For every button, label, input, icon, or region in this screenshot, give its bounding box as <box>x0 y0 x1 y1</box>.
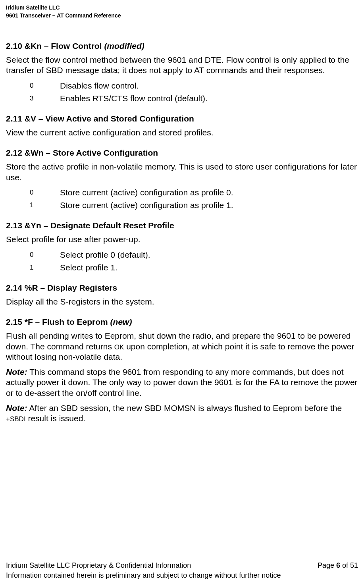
section-213-body: Select profile for use after power-up. <box>6 234 358 245</box>
param-key: 1 <box>30 200 60 210</box>
note1-text: This command stops the 9601 from respond… <box>6 367 358 397</box>
param-key: 1 <box>30 262 60 273</box>
footer-line2: Information contained herein is prelimin… <box>6 571 358 580</box>
param-key: 0 <box>30 81 60 91</box>
footer-page: Page 6 of 51 <box>318 561 358 570</box>
note2-post: result is issued. <box>26 414 86 423</box>
param-row: 1 Select profile 1. <box>30 262 358 273</box>
section-210-suffix: (modified) <box>104 41 144 50</box>
param-row: 0 Disables flow control. <box>30 81 358 91</box>
product-name: 9601 Transceiver – AT Command Reference <box>6 12 358 20</box>
param-desc: Select profile 1. <box>60 262 358 273</box>
section-213-num: 2.13 <box>6 221 22 230</box>
section-215-num: 2.15 <box>6 317 22 326</box>
section-210-title: &Kn – Flow Control <box>25 41 104 50</box>
section-211-num: 2.11 <box>6 114 22 123</box>
page-footer: Iridium Satellite LLC Proprietary & Conf… <box>6 561 358 580</box>
param-key: 3 <box>30 93 60 104</box>
section-212-num: 2.12 <box>6 148 22 157</box>
page-label: Page <box>318 561 336 569</box>
section-212-body: Store the active profile in non-volatile… <box>6 162 358 183</box>
param-row: 1 Store current (active) configuration a… <box>30 200 358 210</box>
page-of: of 51 <box>340 561 358 569</box>
footer-line1: Iridium Satellite LLC Proprietary & Conf… <box>6 561 358 570</box>
section-211-body: View the current active configuration an… <box>6 127 358 138</box>
section-210-body: Select the flow control method between t… <box>6 55 358 76</box>
param-desc: Store current (active) configuration as … <box>60 200 358 210</box>
section-213-title: &Yn – Designate Default Reset Profile <box>25 221 174 230</box>
note2-pre: After an SBD session, the new SBD MOMSN … <box>27 403 342 413</box>
section-212-heading: 2.12 &Wn – Store Active Configuration <box>6 148 358 158</box>
param-desc: Disables flow control. <box>60 81 358 91</box>
section-213-heading: 2.13 &Yn – Designate Default Reset Profi… <box>6 221 358 230</box>
section-211-title: &V – View Active and Stored Configuratio… <box>25 114 194 123</box>
param-desc: Enables RTS/CTS flow control (default). <box>60 93 358 104</box>
section-214-body: Display all the S-registers in the syste… <box>6 297 358 307</box>
note-label: Note: <box>6 403 27 413</box>
page-header: Iridium Satellite LLC 9601 Transceiver –… <box>6 4 358 19</box>
section-212-title: &Wn – Store Active Configuration <box>25 148 158 157</box>
param-key: 0 <box>30 187 60 198</box>
section-215-suffix: (new) <box>110 317 132 326</box>
section-210-heading: 2.10 &Kn – Flow Control (modified) <box>6 41 358 51</box>
footer-left: Iridium Satellite LLC Proprietary & Conf… <box>6 561 191 570</box>
param-row: 3 Enables RTS/CTS flow control (default)… <box>30 93 358 104</box>
section-214-title: %R – Display Registers <box>25 283 117 292</box>
section-211-heading: 2.11 &V – View Active and Stored Configu… <box>6 114 358 123</box>
param-row: 0 Store current (active) configuration a… <box>30 187 358 198</box>
section-215-note2: Note: After an SBD session, the new SBD … <box>6 403 358 424</box>
section-215-title: *F – Flush to Eeprom <box>25 317 110 326</box>
sbdi-literal: +SBDI <box>6 415 26 423</box>
section-210-num: 2.10 <box>6 41 22 50</box>
param-row: 0 Select profile 0 (default). <box>30 250 358 260</box>
section-215-heading: 2.15 *F – Flush to Eeprom (new) <box>6 317 358 327</box>
ok-literal: OK <box>114 343 124 351</box>
param-key: 0 <box>30 250 60 260</box>
param-desc: Store current (active) configuration as … <box>60 187 358 198</box>
param-desc: Select profile 0 (default). <box>60 250 358 260</box>
section-215-body: Flush all pending writes to Eeprom, shut… <box>6 331 358 362</box>
company-name: Iridium Satellite LLC <box>6 4 358 12</box>
section-214-num: 2.14 <box>6 283 22 292</box>
page-num: 6 <box>336 561 340 569</box>
section-214-heading: 2.14 %R – Display Registers <box>6 283 358 293</box>
section-215-note1: Note: This command stops the 9601 from r… <box>6 367 358 398</box>
note-label: Note: <box>6 367 27 376</box>
